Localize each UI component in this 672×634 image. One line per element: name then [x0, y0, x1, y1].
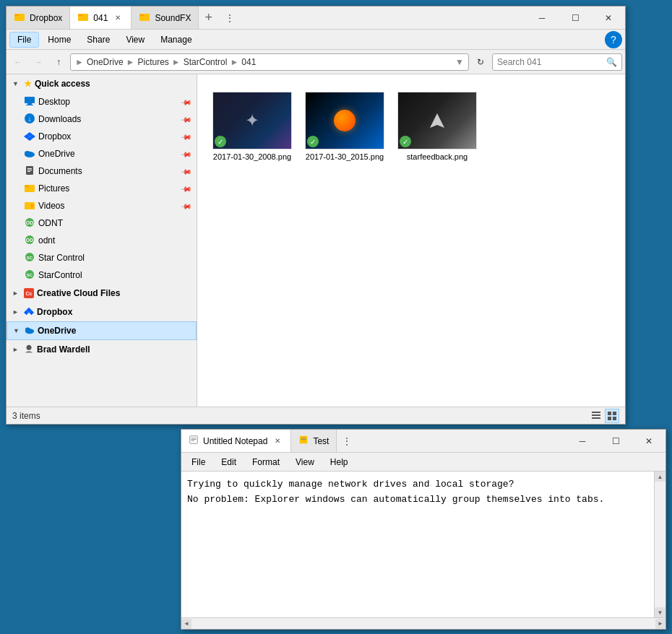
dropbox-sidebar-icon: [24, 130, 35, 144]
svg-point-37: [25, 327, 30, 331]
menu-file[interactable]: File: [9, 32, 39, 48]
tab-041-close-button[interactable]: ✕: [112, 12, 124, 24]
search-icon[interactable]: 🔍: [606, 57, 617, 67]
new-tab-button[interactable]: +: [199, 6, 218, 29]
brad-wardell-header[interactable]: ► Brad Wardell: [7, 340, 197, 359]
explorer-title-bar: Dropbox 041 ✕ SoundFX + ⋮ ─ ☐ ✕: [7, 6, 625, 30]
maximize-button[interactable]: ☐: [559, 6, 592, 30]
videos-icon: [24, 199, 35, 213]
notepad-line-1: Trying to quickly manage network drives …: [187, 477, 648, 492]
notepad-menu-file[interactable]: File: [184, 455, 212, 469]
file-item-3[interactable]: ✓ starfeedback.png: [394, 86, 481, 167]
sidebar-item-odnt-lower[interactable]: OD odnt: [7, 232, 197, 249]
sidebar-item-star-control[interactable]: SC Star Control: [7, 249, 197, 266]
close-button[interactable]: ✕: [592, 6, 625, 30]
menu-manage[interactable]: Manage: [153, 32, 199, 47]
sidebar-starcontrol-label: StarControl: [38, 270, 191, 280]
quick-access-label: Quick access: [35, 79, 90, 89]
tab-soundfx[interactable]: SoundFX: [132, 6, 199, 29]
star-control-icon: SC: [24, 251, 35, 265]
notepad-text-area[interactable]: Trying to quickly manage network drives …: [181, 472, 654, 617]
notepad-menu-edit[interactable]: Edit: [214, 455, 244, 469]
svg-rect-7: [27, 103, 32, 105]
svg-rect-8: [26, 105, 33, 105]
forward-button[interactable]: →: [30, 53, 47, 71]
sidebar-item-starcontrol[interactable]: SC StarControl: [7, 266, 197, 284]
notepad-close-button[interactable]: ✕: [632, 430, 665, 453]
notepad-tab-test-label: Test: [313, 436, 329, 446]
file-name-1: 2017-01-30_2008.png: [213, 152, 291, 161]
explorer-menu-bar: File Home Share View Manage ?: [7, 30, 625, 50]
quick-access-star-icon: ★: [24, 79, 32, 89]
grid-view-button[interactable]: [605, 409, 619, 423]
breadcrumb-pictures[interactable]: Pictures: [137, 57, 168, 67]
breadcrumb-dropdown-icon[interactable]: ▼: [455, 57, 464, 67]
file-item-1[interactable]: ✦ ✓ 2017-01-30_2008.png: [209, 86, 296, 167]
notepad-horizontal-scrollbar[interactable]: ◄ ►: [181, 617, 665, 629]
notepad-scrollbar[interactable]: ▲ ▼: [654, 472, 665, 617]
dropbox-folder-icon: [14, 11, 25, 25]
svg-rect-49: [191, 440, 194, 441]
desktop-icon: [24, 95, 35, 109]
file-item-2[interactable]: ✓ 2017-01-30_2015.png: [301, 86, 388, 167]
pin-icon: 📌: [181, 96, 192, 108]
notepad-menu-view[interactable]: View: [288, 455, 322, 469]
breadcrumb[interactable]: ► OneDrive ► Pictures ► StarControl ► 04…: [70, 53, 469, 71]
sidebar-item-videos[interactable]: Videos 📌: [7, 197, 197, 214]
menu-share[interactable]: Share: [79, 32, 117, 47]
notepad-menu-help[interactable]: Help: [323, 455, 356, 469]
notepad-options-button[interactable]: ⋮: [337, 430, 357, 453]
refresh-button[interactable]: ↻: [472, 53, 489, 71]
back-button[interactable]: ←: [9, 53, 27, 71]
dropbox-section-header[interactable]: ► Dropbox: [7, 303, 197, 321]
menu-view[interactable]: View: [119, 32, 152, 47]
scroll-right-button[interactable]: ►: [655, 619, 665, 629]
list-view-button[interactable]: [589, 409, 603, 423]
creative-cloud-header[interactable]: ► Cc Creative Cloud Files: [7, 284, 197, 303]
notepad-menu-bar: File Edit Format View Help: [181, 453, 665, 472]
sidebar-item-pictures[interactable]: Pictures 📌: [7, 180, 197, 197]
svg-rect-18: [27, 168, 32, 169]
window-options-button[interactable]: ⋮: [218, 6, 241, 30]
notepad-maximize-button[interactable]: ☐: [599, 430, 632, 453]
help-button[interactable]: ?: [605, 31, 622, 48]
dropbox-sec-arrow: ►: [12, 308, 21, 316]
sidebar-item-downloads[interactable]: ↓ Downloads 📌: [7, 110, 197, 128]
svg-rect-6: [25, 97, 35, 103]
breadcrumb-starcontrol[interactable]: StarControl: [184, 57, 228, 67]
search-input[interactable]: [497, 57, 606, 67]
onedrive-section-header[interactable]: ▼ OneDrive: [7, 321, 197, 340]
search-box[interactable]: 🔍: [492, 53, 622, 71]
explorer-window: Dropbox 041 ✕ SoundFX + ⋮ ─ ☐ ✕ File Hom…: [6, 6, 626, 425]
menu-home[interactable]: Home: [40, 32, 78, 47]
tab-041[interactable]: 041 ✕: [70, 6, 132, 29]
sidebar-videos-label: Videos: [38, 201, 179, 211]
sidebar-item-documents[interactable]: Documents 📌: [7, 162, 197, 180]
quick-access-header[interactable]: ▼ ★ Quick access: [7, 74, 197, 93]
notepad-close-tab-button[interactable]: ✕: [272, 435, 283, 447]
notepad-tab-untitled[interactable]: Untitled Notepad ✕: [181, 430, 291, 452]
breadcrumb-041[interactable]: 041: [241, 57, 256, 67]
notepad-tab-test[interactable]: Test: [291, 430, 337, 452]
sidebar-item-desktop[interactable]: Desktop 📌: [7, 93, 197, 110]
file-grid: ✦ ✓ 2017-01-30_2008.png ✓ 2017-01-30_201…: [197, 74, 625, 178]
cc-label: Creative Cloud Files: [37, 288, 120, 298]
svg-text:OD: OD: [26, 238, 34, 243]
pin-icon-6: 📌: [181, 183, 192, 194]
up-button[interactable]: ↑: [50, 53, 67, 71]
sidebar-item-dropbox[interactable]: Dropbox 📌: [7, 128, 197, 145]
notepad-menu-format[interactable]: Format: [245, 455, 287, 469]
notepad-minimize-button[interactable]: ─: [566, 430, 599, 453]
tab-041-folder-icon: [77, 11, 89, 25]
sidebar-item-odnt[interactable]: OD ODNT: [7, 214, 197, 232]
sidebar-item-onedrive[interactable]: OneDrive 📌: [7, 145, 197, 162]
scroll-left-button[interactable]: ◄: [181, 619, 191, 629]
sync-check-3: ✓: [400, 136, 411, 147]
breadcrumb-onedrive[interactable]: OneDrive: [87, 57, 124, 67]
planet-decoration: [334, 110, 356, 131]
scroll-down-button[interactable]: ▼: [655, 607, 665, 617]
tab-dropbox[interactable]: Dropbox: [7, 6, 70, 29]
tab-soundfx-label: SoundFX: [155, 13, 191, 23]
minimize-button[interactable]: ─: [525, 6, 559, 30]
scroll-up-button[interactable]: ▲: [655, 472, 665, 482]
